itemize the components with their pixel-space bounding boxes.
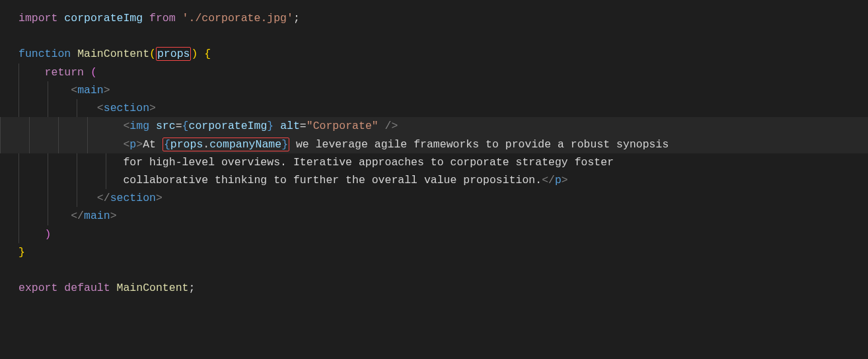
keyword-from: from xyxy=(149,12,176,24)
identifier: MainContent xyxy=(117,282,189,294)
code-line-highlighted: <img src={corporateImg} alt="Corporate" … xyxy=(0,117,868,135)
keyword-return: return xyxy=(45,66,84,79)
string-literal: './corporate.jpg' xyxy=(182,12,293,24)
keyword-import: import xyxy=(18,12,57,24)
brace-open: { xyxy=(198,48,211,60)
code-line: <section> xyxy=(18,99,868,117)
tag-bracket: > xyxy=(136,138,143,151)
parameter: props xyxy=(157,48,190,60)
equals: = xyxy=(300,120,307,132)
function-name: MainContent xyxy=(77,48,149,60)
tag-bracket: </ xyxy=(542,174,555,186)
highlight-box-props: props xyxy=(156,47,192,61)
jsx-text: At xyxy=(143,138,163,151)
tag-selfclose: /> xyxy=(379,120,398,132)
code-editor[interactable]: import corporateImg from './corporate.jp… xyxy=(0,0,868,307)
equals: = xyxy=(176,120,182,132)
tag-name: main xyxy=(84,210,110,222)
tag-bracket: < xyxy=(97,102,104,114)
code-line: function MainContent(props) { xyxy=(18,45,868,63)
code-line-blank xyxy=(18,27,868,45)
code-line: </main> xyxy=(18,207,868,225)
code-line: </section> xyxy=(18,189,868,207)
tag-bracket: > xyxy=(156,192,163,204)
code-line: for high-level overviews. Iterative appr… xyxy=(18,153,868,171)
tag-bracket: </ xyxy=(97,192,110,204)
jsx-brace: { xyxy=(164,138,170,151)
jsx-text: for high-level overviews. Iterative appr… xyxy=(123,156,614,169)
jsx-text: collaborative thinking to further the ov… xyxy=(123,174,542,186)
semicolon: ; xyxy=(188,282,195,294)
keyword-export: export xyxy=(18,282,57,294)
jsx-brace: } xyxy=(267,120,273,132)
tag-bracket: < xyxy=(71,84,77,97)
code-line-highlighted: <p>At {props.companyName} we leverage ag… xyxy=(0,136,868,153)
tag-name: main xyxy=(77,84,104,97)
identifier: companyName xyxy=(209,138,281,151)
jsx-brace: } xyxy=(281,138,288,151)
tag-bracket: </ xyxy=(71,210,84,222)
brace-close: } xyxy=(18,246,25,259)
code-line-blank xyxy=(18,261,868,279)
tag-bracket: > xyxy=(104,84,110,97)
tag-bracket: > xyxy=(149,102,156,114)
semicolon: ; xyxy=(293,12,300,24)
attribute-name: src xyxy=(156,120,176,132)
identifier: props xyxy=(170,138,203,151)
identifier: corporateImg xyxy=(189,120,268,132)
tag-bracket: < xyxy=(123,138,129,151)
tag-name: section xyxy=(104,102,149,114)
paren-close: ) xyxy=(45,228,52,241)
code-line: import corporateImg from './corporate.jp… xyxy=(18,9,868,27)
tag-bracket: > xyxy=(110,210,117,222)
tag-name: section xyxy=(110,192,156,204)
identifier: corporateImg xyxy=(64,12,143,24)
paren-open: ( xyxy=(149,48,156,60)
tag-name: p xyxy=(129,138,136,151)
attribute-name: alt xyxy=(280,120,300,132)
string-literal: "Corporate" xyxy=(307,120,379,132)
tag-name: img xyxy=(129,120,149,132)
highlight-box-props-companyname: {props.companyName} xyxy=(163,138,289,151)
code-line: return ( xyxy=(18,63,868,81)
paren-close: ) xyxy=(191,48,198,60)
keyword-default: default xyxy=(64,282,110,294)
code-line: export default MainContent; xyxy=(18,279,868,297)
code-line: ) xyxy=(18,225,868,243)
code-line: collaborative thinking to further the ov… xyxy=(18,171,868,189)
code-line: } xyxy=(18,243,868,261)
keyword-function: function xyxy=(18,48,71,60)
jsx-text: we leverage agile frameworks to provide … xyxy=(289,138,669,151)
tag-bracket: > xyxy=(561,174,568,186)
tag-name: p xyxy=(555,174,561,186)
tag-bracket: < xyxy=(123,120,129,132)
dot: . xyxy=(203,138,209,151)
paren-open: ( xyxy=(84,66,97,79)
code-line: <main> xyxy=(18,81,868,99)
jsx-brace: { xyxy=(182,120,189,132)
